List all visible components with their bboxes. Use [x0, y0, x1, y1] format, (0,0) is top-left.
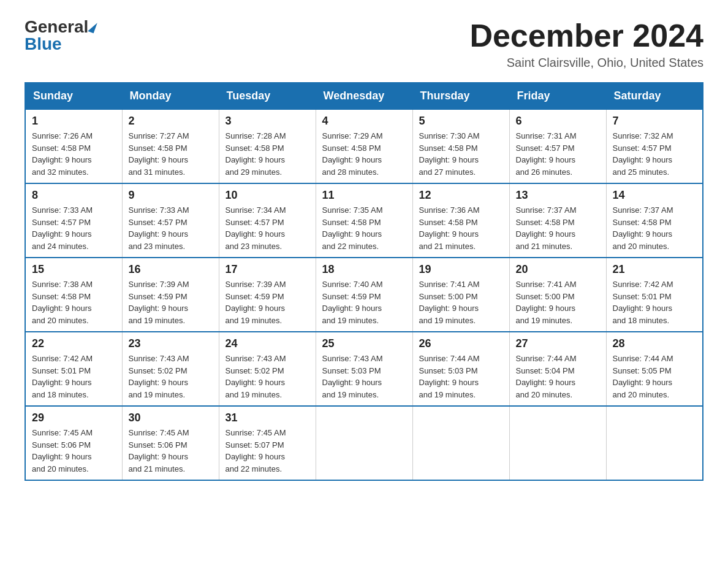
day-number: 28: [613, 337, 697, 350]
day-info: Sunrise: 7:43 AMSunset: 5:03 PMDaylight:…: [322, 353, 406, 400]
calendar-cell: [412, 406, 509, 480]
page-header: General Blue December 2024 Saint Clairsv…: [25, 18, 703, 70]
calendar-week-row: 29Sunrise: 7:45 AMSunset: 5:06 PMDayligh…: [25, 406, 703, 480]
calendar-cell: 18Sunrise: 7:40 AMSunset: 4:59 PMDayligh…: [316, 258, 412, 332]
day-number: 20: [516, 263, 600, 276]
calendar-cell: 9Sunrise: 7:33 AMSunset: 4:57 PMDaylight…: [122, 183, 219, 258]
calendar-cell: [606, 406, 703, 480]
day-info: Sunrise: 7:41 AMSunset: 5:00 PMDaylight:…: [516, 278, 600, 326]
calendar-cell: 5Sunrise: 7:30 AMSunset: 4:58 PMDaylight…: [412, 109, 509, 183]
day-info: Sunrise: 7:30 AMSunset: 4:58 PMDaylight:…: [419, 130, 503, 178]
day-info: Sunrise: 7:39 AMSunset: 4:59 PMDaylight:…: [129, 278, 213, 326]
calendar-cell: 6Sunrise: 7:31 AMSunset: 4:57 PMDaylight…: [509, 109, 606, 183]
calendar-cell: 8Sunrise: 7:33 AMSunset: 4:57 PMDaylight…: [25, 183, 122, 258]
calendar-cell: 27Sunrise: 7:44 AMSunset: 5:04 PMDayligh…: [509, 332, 606, 406]
day-number: 4: [322, 115, 406, 128]
logo-general-text: General: [25, 18, 88, 36]
location-text: Saint Clairsville, Ohio, United States: [469, 56, 703, 70]
day-number: 13: [516, 189, 600, 202]
logo-triangle-icon: [88, 21, 98, 33]
calendar-week-row: 22Sunrise: 7:42 AMSunset: 5:01 PMDayligh…: [25, 332, 703, 406]
day-header-thursday: Thursday: [412, 83, 509, 109]
day-number: 14: [613, 189, 697, 202]
day-info: Sunrise: 7:44 AMSunset: 5:05 PMDaylight:…: [613, 353, 697, 400]
day-info: Sunrise: 7:44 AMSunset: 5:03 PMDaylight:…: [419, 353, 503, 400]
day-info: Sunrise: 7:35 AMSunset: 4:58 PMDaylight:…: [322, 204, 406, 252]
day-info: Sunrise: 7:45 AMSunset: 5:06 PMDaylight:…: [129, 427, 213, 475]
calendar-cell: 23Sunrise: 7:43 AMSunset: 5:02 PMDayligh…: [122, 332, 219, 406]
day-number: 23: [129, 337, 213, 350]
calendar-cell: [316, 406, 412, 480]
calendar-cell: 10Sunrise: 7:34 AMSunset: 4:57 PMDayligh…: [219, 183, 316, 258]
day-number: 17: [226, 263, 309, 276]
day-number: 3: [226, 115, 309, 128]
day-number: 29: [32, 412, 116, 424]
day-info: Sunrise: 7:43 AMSunset: 5:02 PMDaylight:…: [129, 353, 213, 400]
day-number: 27: [516, 337, 600, 350]
calendar-cell: 19Sunrise: 7:41 AMSunset: 5:00 PMDayligh…: [412, 258, 509, 332]
day-number: 30: [129, 412, 213, 424]
calendar-cell: 13Sunrise: 7:37 AMSunset: 4:58 PMDayligh…: [509, 183, 606, 258]
day-header-monday: Monday: [122, 83, 219, 109]
day-header-saturday: Saturday: [606, 83, 703, 109]
calendar-cell: 25Sunrise: 7:43 AMSunset: 5:03 PMDayligh…: [316, 332, 412, 406]
day-number: 31: [226, 412, 309, 424]
calendar-cell: 14Sunrise: 7:37 AMSunset: 4:58 PMDayligh…: [606, 183, 703, 258]
calendar-cell: 28Sunrise: 7:44 AMSunset: 5:05 PMDayligh…: [606, 332, 703, 406]
calendar-cell: 26Sunrise: 7:44 AMSunset: 5:03 PMDayligh…: [412, 332, 509, 406]
day-info: Sunrise: 7:45 AMSunset: 5:06 PMDaylight:…: [32, 427, 116, 475]
day-number: 21: [613, 263, 697, 276]
calendar-week-row: 15Sunrise: 7:38 AMSunset: 4:58 PMDayligh…: [25, 258, 703, 332]
day-info: Sunrise: 7:33 AMSunset: 4:57 PMDaylight:…: [129, 204, 213, 252]
day-header-tuesday: Tuesday: [219, 83, 316, 109]
day-number: 10: [226, 189, 309, 202]
day-number: 9: [129, 189, 213, 202]
calendar-cell: 2Sunrise: 7:27 AMSunset: 4:58 PMDaylight…: [122, 109, 219, 183]
day-header-wednesday: Wednesday: [316, 83, 412, 109]
day-header-friday: Friday: [509, 83, 606, 109]
day-info: Sunrise: 7:27 AMSunset: 4:58 PMDaylight:…: [129, 130, 213, 178]
day-number: 18: [322, 263, 406, 276]
month-title: December 2024: [469, 18, 703, 53]
calendar-cell: 1Sunrise: 7:26 AMSunset: 4:58 PMDaylight…: [25, 109, 122, 183]
calendar-cell: 7Sunrise: 7:32 AMSunset: 4:57 PMDaylight…: [606, 109, 703, 183]
calendar-cell: [509, 406, 606, 480]
day-number: 15: [32, 263, 116, 276]
day-number: 24: [226, 337, 309, 350]
calendar-week-row: 1Sunrise: 7:26 AMSunset: 4:58 PMDaylight…: [25, 109, 703, 183]
calendar-cell: 22Sunrise: 7:42 AMSunset: 5:01 PMDayligh…: [25, 332, 122, 406]
calendar-header-row: SundayMondayTuesdayWednesdayThursdayFrid…: [25, 83, 703, 109]
day-number: 5: [419, 115, 503, 128]
calendar-cell: 15Sunrise: 7:38 AMSunset: 4:58 PMDayligh…: [25, 258, 122, 332]
day-info: Sunrise: 7:29 AMSunset: 4:58 PMDaylight:…: [322, 130, 406, 178]
day-info: Sunrise: 7:40 AMSunset: 4:59 PMDaylight:…: [322, 278, 406, 326]
calendar-cell: 3Sunrise: 7:28 AMSunset: 4:58 PMDaylight…: [219, 109, 316, 183]
calendar-cell: 29Sunrise: 7:45 AMSunset: 5:06 PMDayligh…: [25, 406, 122, 480]
day-info: Sunrise: 7:31 AMSunset: 4:57 PMDaylight:…: [516, 130, 600, 178]
calendar-cell: 30Sunrise: 7:45 AMSunset: 5:06 PMDayligh…: [122, 406, 219, 480]
day-info: Sunrise: 7:32 AMSunset: 4:57 PMDaylight:…: [613, 130, 697, 178]
day-info: Sunrise: 7:45 AMSunset: 5:07 PMDaylight:…: [226, 427, 309, 475]
day-info: Sunrise: 7:37 AMSunset: 4:58 PMDaylight:…: [516, 204, 600, 252]
day-number: 22: [32, 337, 116, 350]
logo-blue-text: Blue: [25, 34, 62, 53]
day-number: 16: [129, 263, 213, 276]
day-info: Sunrise: 7:42 AMSunset: 5:01 PMDaylight:…: [32, 353, 116, 400]
calendar-week-row: 8Sunrise: 7:33 AMSunset: 4:57 PMDaylight…: [25, 183, 703, 258]
day-info: Sunrise: 7:44 AMSunset: 5:04 PMDaylight:…: [516, 353, 600, 400]
calendar-cell: 12Sunrise: 7:36 AMSunset: 4:58 PMDayligh…: [412, 183, 509, 258]
day-header-sunday: Sunday: [25, 83, 122, 109]
day-info: Sunrise: 7:41 AMSunset: 5:00 PMDaylight:…: [419, 278, 503, 326]
calendar-cell: 17Sunrise: 7:39 AMSunset: 4:59 PMDayligh…: [219, 258, 316, 332]
calendar-cell: 20Sunrise: 7:41 AMSunset: 5:00 PMDayligh…: [509, 258, 606, 332]
day-number: 11: [322, 189, 406, 202]
calendar-cell: 21Sunrise: 7:42 AMSunset: 5:01 PMDayligh…: [606, 258, 703, 332]
day-number: 7: [613, 115, 697, 128]
calendar-cell: 31Sunrise: 7:45 AMSunset: 5:07 PMDayligh…: [219, 406, 316, 480]
day-info: Sunrise: 7:42 AMSunset: 5:01 PMDaylight:…: [613, 278, 697, 326]
day-number: 26: [419, 337, 503, 350]
calendar-cell: 24Sunrise: 7:43 AMSunset: 5:02 PMDayligh…: [219, 332, 316, 406]
day-info: Sunrise: 7:26 AMSunset: 4:58 PMDaylight:…: [32, 130, 116, 178]
logo: General Blue: [25, 18, 96, 53]
day-number: 19: [419, 263, 503, 276]
